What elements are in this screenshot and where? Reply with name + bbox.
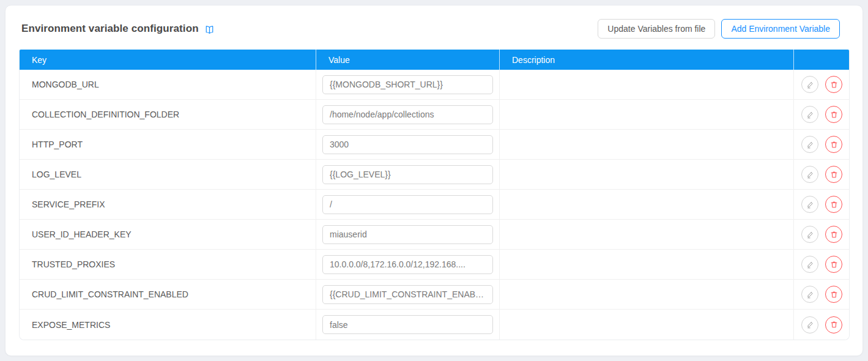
- edit-variable-button[interactable]: [801, 286, 818, 303]
- env-variables-table: Key Value Description MONGODB_URL: [19, 50, 850, 340]
- delete-variable-button[interactable]: [825, 106, 842, 123]
- table-row: TRUSTED_PROXIES: [20, 250, 849, 280]
- edit-variable-button[interactable]: [801, 106, 818, 123]
- trash-icon: [829, 320, 839, 329]
- pencil-icon: [806, 230, 815, 239]
- trash-icon: [829, 200, 839, 209]
- trash-icon: [829, 260, 839, 269]
- edit-variable-button[interactable]: [801, 196, 818, 213]
- env-key-label: COLLECTION_DEFINITION_FOLDER: [32, 110, 179, 119]
- pencil-icon: [806, 290, 815, 299]
- delete-variable-button[interactable]: [825, 316, 842, 333]
- env-value-input[interactable]: [322, 135, 493, 154]
- page-title: Environment variable configuration: [21, 23, 215, 35]
- column-header-description: Description: [500, 50, 794, 70]
- env-key-label: SERVICE_PREFIX: [32, 199, 105, 209]
- column-header-key: Key: [20, 50, 316, 70]
- edit-variable-button[interactable]: [801, 136, 818, 153]
- delete-variable-button[interactable]: [825, 196, 842, 213]
- env-value-input[interactable]: [322, 285, 493, 304]
- env-key-label: HTTP_PORT: [32, 140, 83, 149]
- env-value-input[interactable]: [322, 165, 493, 184]
- pencil-icon: [806, 200, 815, 209]
- table-header-row: Key Value Description: [20, 50, 849, 70]
- table-body: MONGODB_URL: [20, 70, 849, 340]
- edit-variable-button[interactable]: [801, 226, 818, 243]
- delete-variable-button[interactable]: [825, 256, 842, 273]
- pencil-icon: [806, 170, 815, 179]
- delete-variable-button[interactable]: [825, 136, 842, 153]
- env-value-input[interactable]: [322, 225, 493, 244]
- pencil-icon: [806, 80, 815, 89]
- delete-variable-button[interactable]: [825, 226, 842, 243]
- card-header: Environment variable configuration Updat…: [19, 19, 849, 39]
- env-key-label: CRUD_LIMIT_CONSTRAINT_ENABLED: [32, 289, 188, 299]
- edit-variable-button[interactable]: [801, 166, 818, 183]
- table-row: LOG_LEVEL: [20, 160, 849, 190]
- edit-variable-button[interactable]: [801, 256, 818, 273]
- trash-icon: [829, 80, 839, 89]
- pencil-icon: [806, 320, 815, 329]
- table-row: CRUD_LIMIT_CONSTRAINT_ENABLED: [20, 280, 849, 310]
- trash-icon: [829, 230, 839, 239]
- table-row: COLLECTION_DEFINITION_FOLDER: [20, 100, 849, 130]
- trash-icon: [829, 110, 839, 119]
- update-variables-from-file-button[interactable]: Update Variables from file: [598, 19, 715, 39]
- trash-icon: [829, 170, 839, 179]
- env-value-input[interactable]: [322, 315, 493, 334]
- documentation-book-icon[interactable]: [204, 24, 215, 35]
- add-environment-variable-button[interactable]: Add Environment Variable: [721, 19, 840, 39]
- table-row: HTTP_PORT: [20, 130, 849, 160]
- delete-variable-button[interactable]: [825, 166, 842, 183]
- delete-variable-button[interactable]: [825, 286, 842, 303]
- env-key-label: MONGODB_URL: [32, 80, 99, 89]
- table-row: USER_ID_HEADER_KEY: [20, 220, 849, 250]
- page-title-text: Environment variable configuration: [21, 23, 199, 35]
- column-header-value: Value: [316, 50, 500, 70]
- table-row: MONGODB_URL: [20, 70, 849, 100]
- edit-variable-button[interactable]: [801, 316, 818, 333]
- header-buttons: Update Variables from file Add Environme…: [598, 19, 840, 39]
- env-key-label: LOG_LEVEL: [32, 169, 81, 179]
- env-value-input[interactable]: [322, 195, 493, 214]
- column-header-actions: [794, 50, 849, 70]
- env-key-label: TRUSTED_PROXIES: [32, 259, 115, 269]
- pencil-icon: [806, 140, 815, 149]
- env-key-label: EXPOSE_METRICS: [32, 320, 110, 330]
- pencil-icon: [806, 260, 815, 269]
- edit-variable-button[interactable]: [801, 76, 818, 93]
- env-value-input[interactable]: [322, 105, 493, 124]
- trash-icon: [829, 290, 839, 299]
- table-row: SERVICE_PREFIX: [20, 190, 849, 220]
- environment-variables-card: Environment variable configuration Updat…: [5, 5, 863, 356]
- env-key-label: USER_ID_HEADER_KEY: [32, 229, 132, 239]
- trash-icon: [829, 140, 839, 149]
- env-value-input[interactable]: [322, 255, 493, 274]
- delete-variable-button[interactable]: [825, 76, 842, 93]
- pencil-icon: [806, 110, 815, 119]
- env-value-input[interactable]: [322, 75, 493, 94]
- table-row: EXPOSE_METRICS: [20, 310, 849, 340]
